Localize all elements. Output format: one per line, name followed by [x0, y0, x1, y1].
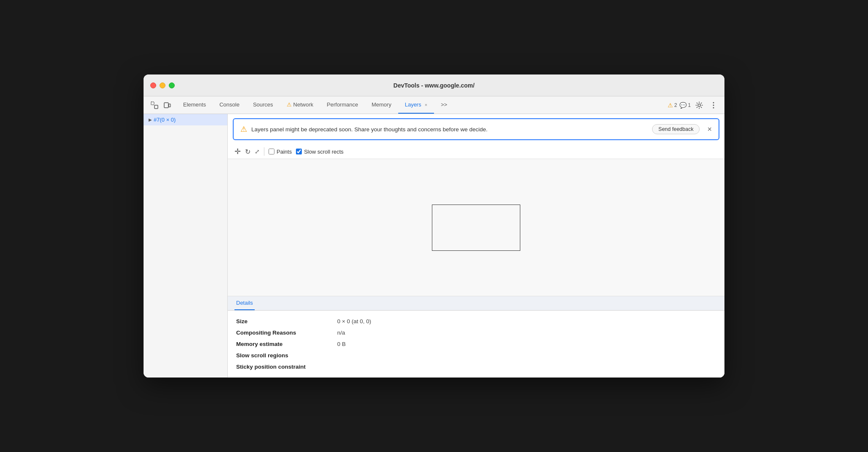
tabs-list: Elements Console Sources Network Perform…: [176, 96, 664, 114]
tab-more[interactable]: >>: [434, 96, 454, 114]
details-tab-bar: Details: [228, 296, 724, 311]
rotate-icon[interactable]: ↻: [245, 148, 250, 156]
svg-rect-1: [154, 105, 158, 109]
maximize-button[interactable]: [169, 82, 175, 88]
tab-bar: Elements Console Sources Network Perform…: [144, 96, 724, 114]
slow-scroll-regions-label: Slow scroll regions: [236, 352, 337, 359]
messages-badge[interactable]: 💬 1: [679, 102, 691, 109]
tab-bar-icons: [145, 96, 176, 114]
table-row: Size 0 × 0 (at 0, 0): [236, 316, 716, 327]
paints-checkbox-label[interactable]: Paints: [269, 149, 292, 155]
select-element-icon[interactable]: [149, 99, 160, 111]
layers-toolbar: ✛ ↻ ⤢ Paints Slow scroll rects: [228, 144, 724, 159]
sticky-position-label: Sticky position constraint: [236, 364, 337, 370]
paints-checkbox[interactable]: [269, 149, 274, 154]
details-tab[interactable]: Details: [234, 296, 255, 310]
devtools-window: DevTools - www.google.com/ Elements: [144, 74, 724, 378]
window-title: DevTools - www.google.com/: [394, 82, 475, 89]
table-row: Compositing Reasons n/a: [236, 327, 716, 338]
toolbar-divider: [264, 147, 264, 156]
warning-icon: ⚠: [668, 102, 673, 109]
tab-performance[interactable]: Performance: [320, 96, 365, 114]
svg-point-6: [713, 104, 714, 106]
svg-rect-0: [151, 102, 154, 105]
details-table: Size 0 × 0 (at 0, 0) Compositing Reasons…: [228, 311, 724, 378]
size-value: 0 × 0 (at 0, 0): [337, 318, 371, 324]
tab-sources[interactable]: Sources: [246, 96, 280, 114]
tab-console[interactable]: Console: [213, 96, 246, 114]
title-bar: DevTools - www.google.com/: [144, 74, 724, 96]
tab-bar-right: ⚠ 2 💬 1: [664, 96, 723, 114]
deprecation-warning-banner: ⚠ Layers panel might be deprecated soon.…: [233, 118, 719, 140]
compositing-label: Compositing Reasons: [236, 330, 337, 336]
reset-view-icon[interactable]: ⤢: [255, 148, 260, 155]
message-icon: 💬: [679, 102, 687, 109]
traffic-lights: [150, 82, 175, 88]
memory-value: 0 B: [337, 341, 346, 347]
svg-point-4: [698, 104, 700, 106]
svg-point-7: [713, 107, 714, 108]
tab-memory[interactable]: Memory: [365, 96, 398, 114]
slow-scroll-checkbox-label[interactable]: Slow scroll rects: [296, 149, 343, 155]
table-row: Sticky position constraint: [236, 361, 716, 372]
send-feedback-button[interactable]: Send feedback: [652, 124, 700, 134]
svg-point-5: [713, 102, 714, 103]
tab-network[interactable]: Network: [280, 96, 320, 114]
layers-main-panel: ⚠ Layers panel might be deprecated soon.…: [228, 114, 724, 378]
triangle-warning-icon: ⚠: [240, 125, 247, 134]
table-row: Memory estimate 0 B: [236, 338, 716, 350]
warning-message: Layers panel might be deprecated soon. S…: [251, 126, 648, 133]
svg-rect-2: [164, 103, 168, 108]
layers-sidebar: ▶ #7(0 × 0): [144, 114, 228, 378]
more-options-icon[interactable]: [708, 99, 719, 111]
close-banner-button[interactable]: ×: [707, 125, 712, 134]
warnings-badge[interactable]: ⚠ 2: [668, 102, 677, 109]
slow-scroll-checkbox[interactable]: [296, 149, 302, 154]
tab-elements[interactable]: Elements: [176, 96, 213, 114]
devtools-body: ▶ #7(0 × 0) ⚠ Layers panel might be depr…: [144, 114, 724, 378]
settings-icon[interactable]: [693, 99, 705, 111]
sidebar-item-layer[interactable]: ▶ #7(0 × 0): [144, 114, 227, 125]
expand-arrow: ▶: [149, 117, 152, 122]
size-label: Size: [236, 318, 337, 324]
svg-rect-3: [169, 104, 170, 107]
details-section: Details Size 0 × 0 (at 0, 0) Compositing…: [228, 296, 724, 378]
memory-label: Memory estimate: [236, 341, 337, 347]
close-layers-tab[interactable]: ×: [425, 102, 427, 107]
compositing-value: n/a: [337, 330, 345, 336]
tab-layers[interactable]: Layers ×: [398, 96, 434, 114]
close-button[interactable]: [150, 82, 156, 88]
device-toolbar-icon[interactable]: [161, 99, 173, 111]
table-row: Slow scroll regions: [236, 350, 716, 361]
minimize-button[interactable]: [160, 82, 165, 88]
pan-icon[interactable]: ✛: [234, 147, 241, 156]
layer-visualization: [432, 205, 520, 251]
layers-viewport: [228, 159, 724, 296]
